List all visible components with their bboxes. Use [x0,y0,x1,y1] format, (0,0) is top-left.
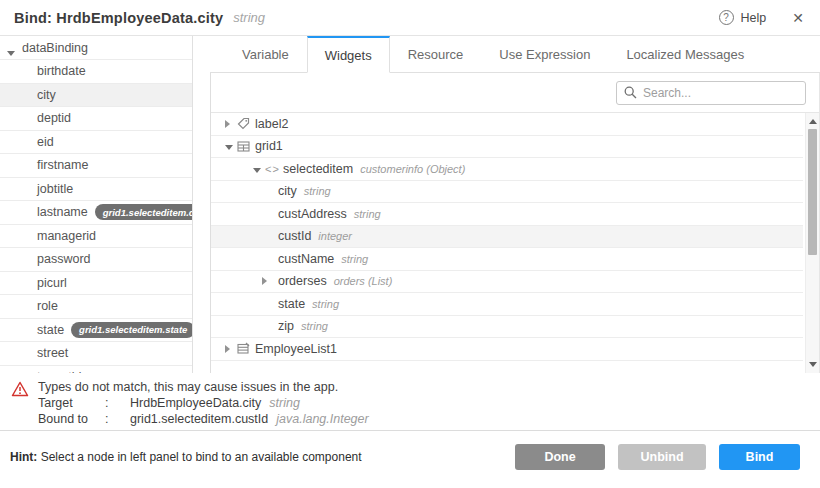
widget-tree: label2 grid1 <> [211,113,819,373]
done-button[interactable]: Done [515,444,605,470]
sidebar-item-lastname[interactable]: lastname grid1.selecteditem.custName [0,201,192,225]
unbind-button[interactable]: Unbind [618,444,706,470]
warning-target-type: string [269,395,300,411]
tree-row-custName[interactable]: custName string [211,248,803,271]
dialog-header: Bind: HrdbEmployeeData.city string ? Hel… [0,0,820,36]
sidebar-item-password[interactable]: password [0,248,192,272]
tree-row-city[interactable]: city string [211,181,803,204]
warning-bound-line: Bound to : grid1.selecteditem.custId jav… [38,411,820,427]
list-icon [237,342,255,355]
bind-tabs: Variable Widgets Resource Use Expression… [210,36,820,73]
scroll-up-icon[interactable] [809,119,817,124]
tree-node-type: string [312,298,339,310]
sidebar-item-deptid[interactable]: deptid [0,107,192,131]
sidebar-item-label: managerid [37,229,96,243]
sidebar-item-state[interactable]: state grid1.selecteditem.state [0,319,192,343]
warning-bound-type: java.lang.Integer [276,411,368,427]
sidebar-item-role[interactable]: role [0,295,192,319]
scroll-down-icon[interactable] [809,362,817,367]
sidebar-item-jobtitle[interactable]: jobtitle [0,178,192,202]
sidebar-item-eid[interactable]: eid [0,131,192,155]
tree-row-grid1[interactable]: grid1 [211,136,803,159]
tab-use-expression[interactable]: Use Expression [481,36,608,72]
chevron-down-icon[interactable] [7,45,19,59]
hint-body: Select a node in left panel to bind to a… [37,450,361,464]
tree-row-custAddress[interactable]: custAddress string [211,203,803,226]
widgets-panel: label2 grid1 <> [210,73,820,373]
warning-bound-label: Bound to [38,411,105,427]
warning-target-label: Target [38,395,105,411]
scrollbar-thumb[interactable] [808,129,817,255]
tree-row-zip[interactable]: zip string [211,316,803,339]
sidebar-item-label: password [37,252,91,266]
sidebar-item-firstname[interactable]: firstname [0,154,192,178]
tree-row-state[interactable]: state string [211,293,803,316]
tag-icon [237,117,255,130]
tab-label: Resource [408,47,464,62]
tree-node-label: EmployeeList1 [255,342,337,356]
binding-badge: grid1.selecteditem.custName [95,204,193,220]
chevron-right-icon[interactable] [262,274,274,288]
chevron-down-icon[interactable] [225,139,237,153]
tab-widgets[interactable]: Widgets [307,36,390,73]
tree-node-label: custName [278,252,334,266]
tree-scrollbar[interactable] [805,113,819,373]
tree-row-label2[interactable]: label2 [211,113,803,136]
search-box[interactable] [616,81,806,105]
warning-icon [11,381,29,400]
tab-resource[interactable]: Resource [390,36,482,72]
chevron-right-icon[interactable] [225,117,237,131]
help-link[interactable]: Help [741,11,767,25]
sidebar-item-street[interactable]: street [0,342,192,366]
sidebar-item-label: firstname [37,158,88,172]
chevron-down-icon[interactable] [253,162,265,176]
tree-row-custId[interactable]: custId integer [211,226,803,249]
warning-message: Types do not match, this may cause issue… [38,379,820,395]
tree-node-label: selecteditem [283,162,353,176]
sidebar-item-label: jobtitle [37,182,73,196]
sidebar-item-dataBinding[interactable]: dataBinding [0,36,192,60]
tab-label: Variable [242,47,289,62]
tree-node-label: city [278,184,297,198]
warning-colon: : [105,411,130,427]
tree-node-label: custId [278,229,311,243]
sidebar-item-tenantid[interactable]: tenantid [0,366,192,374]
tree-node-type: string [301,320,328,332]
sidebar-item-city[interactable]: city [0,84,192,108]
tree-node-type: customerinfo (Object) [360,163,465,175]
close-icon[interactable]: ✕ [792,10,804,26]
hint-label: Hint: [10,450,37,464]
tree-row-selecteditem[interactable]: <> selecteditem customerinfo (Object) [211,158,803,181]
sidebar-item-label: street [37,346,68,360]
tree-node-type: string [304,185,331,197]
search-row [211,73,819,113]
tree-row-EmployeeList1[interactable]: EmployeeList1 [211,338,803,361]
field-sidebar: dataBinding birthdate city deptid eid fi… [0,36,193,373]
sidebar-item-label: deptid [37,111,71,125]
tree-node-type: integer [318,230,352,242]
sidebar-item-managerid[interactable]: managerid [0,225,192,249]
sidebar-item-picurl[interactable]: picurl [0,272,192,296]
help-icon[interactable]: ? [719,10,734,25]
tree-node-label: state [278,297,305,311]
tree-node-label: orderses [278,274,327,288]
type-mismatch-warning: Types do not match, this may cause issue… [0,373,820,431]
tree-node-type: string [341,253,368,265]
tab-localized-messages[interactable]: Localized Messages [608,36,762,72]
tab-label: Use Expression [499,47,590,62]
sidebar-item-birthdate[interactable]: birthdate [0,60,192,84]
search-input[interactable] [643,86,798,100]
chevron-right-icon[interactable] [225,342,237,356]
tab-variable[interactable]: Variable [224,36,307,72]
dialog-title: Bind: HrdbEmployeeData.city [14,10,223,26]
sidebar-item-label: city [37,88,56,102]
sidebar-item-label: state [37,323,64,337]
object-icon: <> [265,163,283,175]
tree-node-type: orders (List) [334,275,393,287]
tree-row-orderses[interactable]: orderses orders (List) [211,271,803,294]
sidebar-item-label: birthdate [37,64,86,78]
binding-badge: grid1.selecteditem.state [71,322,193,338]
bind-button[interactable]: Bind [719,444,800,470]
tree-node-label: label2 [255,117,288,131]
tree-node-label: zip [278,319,294,333]
